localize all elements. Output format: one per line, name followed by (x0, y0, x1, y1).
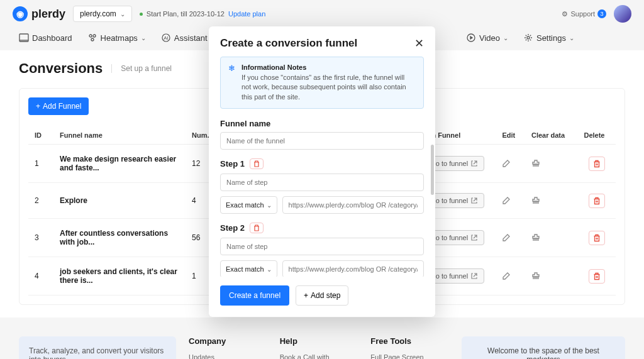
plus-icon: + (304, 291, 308, 300)
delete-button[interactable] (589, 269, 605, 284)
footer-welcome-text: Welcome to the space of the best markete… (472, 346, 615, 359)
top-bar: ◉ plerdy plerdy.com ⌄ Start Plan, till 2… (0, 0, 644, 28)
go-label: Go to funnel (430, 272, 468, 280)
delete-button[interactable] (589, 194, 605, 208)
add-funnel-button[interactable]: + Add Funnel (28, 97, 89, 115)
cell-id: 4 (28, 257, 53, 295)
update-plan-link[interactable]: Update plan (228, 10, 265, 18)
svg-point-3 (93, 35, 96, 37)
footer-tools: Free Tools Full Page Screen Capture (370, 336, 449, 359)
svg-point-2 (89, 35, 92, 37)
step-delete-button[interactable] (250, 223, 264, 233)
nav-video[interactable]: Video ⌄ (466, 33, 508, 43)
chevron-down-icon: ⌄ (141, 35, 146, 41)
footer-help: Help Book a Call with (280, 336, 358, 359)
gear-icon (523, 33, 533, 43)
delete-button[interactable] (589, 157, 605, 171)
footer-welcome: Welcome to the space of the best markete… (462, 336, 625, 359)
modal-title: Create a conversion funnel (220, 37, 357, 50)
cell-name: After countless conversations with job..… (53, 219, 186, 257)
nav-dashboard[interactable]: Dashboard (19, 33, 72, 43)
go-label: Go to funnel (430, 234, 468, 241)
cell-name: We make design research easier and faste… (53, 145, 186, 183)
support-link[interactable]: ⚙ Support 3 (562, 9, 606, 18)
svg-point-4 (91, 38, 94, 41)
th-clear: Clear data (525, 126, 578, 145)
status-dot-icon (140, 13, 143, 16)
footer-help-heading: Help (280, 336, 358, 346)
clear-data-button[interactable] (531, 196, 572, 205)
footer-link[interactable]: Full Page Screen Capture (370, 353, 449, 359)
step-1-title: Step 1 (220, 159, 245, 168)
logo-icon: ◉ (13, 6, 28, 21)
footer-link[interactable]: Updates (189, 353, 267, 359)
close-button[interactable]: ✕ (414, 36, 424, 50)
plan-text: Start Plan, till 2023-10-12 (147, 10, 225, 18)
step-2-url-input[interactable] (282, 260, 424, 277)
funnel-name-label: Funnel name (220, 119, 424, 128)
chevron-down-icon: ⌄ (267, 202, 272, 209)
footer-company-heading: Company (189, 336, 267, 346)
step-1-header: Step 1 (220, 158, 424, 169)
step-1-name-input[interactable] (220, 174, 424, 191)
video-icon (466, 33, 476, 43)
cell-name: job seekers and clients, it's clear ther… (53, 257, 186, 295)
chevron-down-icon: ⌄ (120, 11, 125, 18)
scrollbar-thumb[interactable] (431, 145, 434, 195)
th-name: Funnel name (53, 126, 186, 145)
add-funnel-label: Add Funnel (43, 102, 81, 111)
clear-data-button[interactable] (531, 272, 572, 280)
nav-assistant-label: Assistant (174, 33, 208, 43)
th-id: ID (28, 126, 53, 145)
info-text: If you chose "contains" as the first rul… (242, 73, 416, 102)
footer-link[interactable]: Book a Call with (280, 353, 358, 359)
modal-footer: Create a funnel + Add step (209, 277, 435, 317)
match-label: Exact match (226, 201, 264, 209)
page-title: Conversions (19, 60, 103, 77)
modal-header: Create a conversion funnel ✕ (209, 26, 435, 57)
nav-settings[interactable]: Settings ⌄ (523, 33, 574, 43)
nav-video-label: Video (479, 33, 500, 43)
svg-point-8 (527, 36, 530, 39)
cell-id: 1 (28, 145, 53, 183)
nav-heatmaps[interactable]: Heatmaps ⌄ (87, 33, 146, 43)
edit-button[interactable] (502, 159, 519, 168)
support-label: Support (570, 10, 595, 18)
chevron-down-icon: ⌄ (267, 266, 272, 273)
site-selector-label: plerdy.com (80, 9, 116, 18)
clear-data-button[interactable] (531, 159, 572, 168)
support-icon: ⚙ (562, 10, 568, 18)
cell-name: Explore (53, 183, 186, 219)
step-2-match-select[interactable]: Exact match ⌄ (220, 260, 277, 277)
th-edit: Edit (496, 126, 525, 145)
step-1-url-input[interactable] (282, 196, 424, 214)
funnel-name-input[interactable] (220, 132, 424, 150)
edit-button[interactable] (502, 196, 519, 205)
step-2-name-input[interactable] (220, 238, 424, 255)
go-label: Go to funnel (430, 197, 468, 204)
cell-id: 2 (28, 183, 53, 219)
nav-dashboard-label: Dashboard (32, 33, 72, 43)
add-step-button[interactable]: + Add step (296, 285, 348, 306)
site-selector[interactable]: plerdy.com ⌄ (73, 6, 132, 22)
nav-heatmaps-label: Heatmaps (101, 33, 138, 43)
step-1-row: Exact match ⌄ (220, 196, 424, 214)
step-2-title: Step 2 (220, 223, 245, 233)
edit-button[interactable] (502, 233, 519, 242)
clear-data-button[interactable] (531, 233, 572, 242)
chevron-down-icon: ⌄ (503, 35, 508, 41)
add-step-label: Add step (311, 291, 340, 300)
support-count-badge: 3 (597, 9, 606, 18)
modal-body: ❄ Informational Notes If you chose "cont… (209, 57, 435, 277)
user-avatar[interactable] (614, 5, 631, 23)
heatmap-icon (87, 33, 97, 43)
info-icon: ❄ (228, 64, 235, 102)
step-delete-button[interactable] (250, 158, 264, 169)
create-funnel-button[interactable]: Create a funnel (220, 285, 289, 306)
logo[interactable]: ◉ plerdy (13, 6, 65, 21)
cell-id: 3 (28, 219, 53, 257)
step-1-match-select[interactable]: Exact match ⌄ (220, 196, 277, 214)
nav-settings-label: Settings (536, 33, 566, 43)
edit-button[interactable] (502, 272, 519, 280)
delete-button[interactable] (589, 231, 605, 245)
